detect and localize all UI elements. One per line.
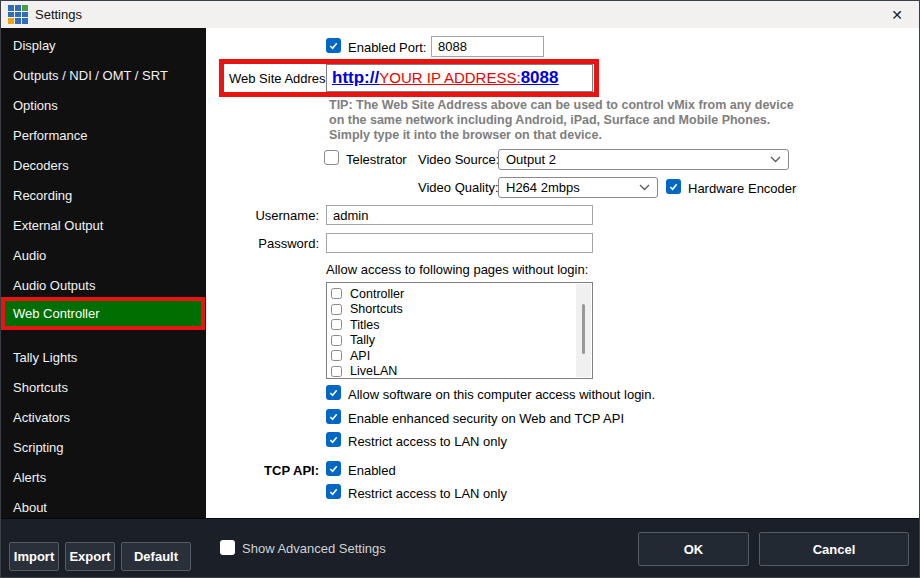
tally-checkbox[interactable]	[331, 335, 342, 346]
sidebar-item-display[interactable]: Display	[1, 30, 206, 60]
shortcuts-checkbox[interactable]	[331, 304, 342, 315]
title-bar: Settings ✕	[1, 1, 919, 28]
telestrator-checkbox[interactable]	[324, 150, 339, 165]
list-item-titles[interactable]: Titles	[331, 317, 592, 333]
sidebar-item-alerts[interactable]: Alerts	[1, 462, 206, 492]
video-quality-value: H264 2mbps	[506, 180, 580, 195]
web-enabled-label: Enabled	[348, 40, 396, 55]
chevron-down-icon	[770, 156, 781, 163]
close-icon[interactable]: ✕	[875, 1, 919, 28]
website-address-box: http://YOUR IP ADDRESS:8088	[326, 64, 593, 92]
listbox-scrollbar[interactable]	[576, 284, 591, 377]
port-label: Port:	[399, 40, 426, 55]
controller-checkbox[interactable]	[331, 288, 342, 299]
password-label: Password:	[231, 236, 319, 251]
list-item-label: API	[350, 349, 370, 363]
sidebar-item-decoders[interactable]: Decoders	[1, 150, 206, 180]
website-address-label: Web Site Address:	[229, 71, 336, 86]
list-item-label: Titles	[350, 318, 379, 332]
tip-line-3: Simply type it into the browser on that …	[329, 128, 869, 143]
tip-text: TIP: The Web Site Address above can be u…	[329, 98, 869, 143]
list-item-livelan[interactable]: LiveLAN	[331, 364, 592, 380]
url-scheme: http://	[332, 68, 379, 87]
username-input[interactable]	[326, 205, 593, 225]
port-input[interactable]	[431, 36, 544, 57]
tcp-restrict-lan-checkbox[interactable]	[326, 484, 341, 499]
tcp-enabled-label: Enabled	[348, 463, 396, 478]
settings-window: Settings ✕ Display Outputs / NDI / OMT /…	[0, 0, 920, 578]
export-button[interactable]: Export	[65, 542, 115, 571]
sidebar-item-recording[interactable]: Recording	[1, 180, 206, 210]
sidebar-item-options[interactable]: Options	[1, 90, 206, 120]
list-item-label: LiveLAN	[350, 364, 397, 378]
enhanced-security-checkbox[interactable]	[326, 409, 341, 424]
vmix-grid-icon	[8, 5, 28, 24]
default-button[interactable]: Default	[121, 542, 191, 571]
restrict-lan-checkbox[interactable]	[326, 432, 341, 447]
hardware-encoder-label: Hardware Encoder	[688, 181, 796, 196]
website-address-link[interactable]: http://YOUR IP ADDRESS:8088	[332, 68, 558, 88]
allow-pages-listbox[interactable]: Controller Shortcuts Titles Tally API Li…	[326, 282, 593, 379]
sidebar-item-web-controller[interactable]: Web Controller	[1, 297, 205, 330]
show-advanced-label: Show Advanced Settings	[242, 541, 386, 556]
import-button[interactable]: Import	[9, 542, 59, 571]
cancel-button[interactable]: Cancel	[759, 532, 909, 566]
url-host: YOUR IP ADDRESS	[379, 69, 516, 86]
window-title: Settings	[35, 7, 82, 22]
video-quality-label: Video Quality:	[418, 180, 499, 195]
url-port: 8088	[521, 68, 559, 87]
chevron-down-icon	[639, 184, 650, 191]
livelan-checkbox[interactable]	[331, 366, 342, 377]
sidebar-item-audio-outputs[interactable]: Audio Outputs	[1, 270, 206, 300]
tcp-enabled-checkbox[interactable]	[326, 461, 341, 476]
video-source-select[interactable]: Output 2	[498, 149, 789, 170]
password-input[interactable]	[326, 233, 593, 253]
username-label: Username:	[231, 208, 319, 223]
titles-checkbox[interactable]	[331, 319, 342, 330]
video-source-value: Output 2	[506, 152, 556, 167]
web-enabled-checkbox[interactable]	[326, 38, 341, 53]
tcp-restrict-lan-label: Restrict access to LAN only	[348, 486, 507, 501]
show-advanced-checkbox[interactable]	[220, 540, 235, 555]
tcp-api-label: TCP API:	[231, 463, 319, 478]
list-item-shortcuts[interactable]: Shortcuts	[331, 302, 592, 318]
sidebar-item-tally-lights[interactable]: Tally Lights	[1, 342, 206, 372]
sidebar-item-audio[interactable]: Audio	[1, 240, 206, 270]
sidebar-item-performance[interactable]: Performance	[1, 120, 206, 150]
ok-button[interactable]: OK	[638, 532, 749, 566]
sidebar-item-outputs[interactable]: Outputs / NDI / OMT / SRT	[1, 60, 206, 90]
tip-line-1: TIP: The Web Site Address above can be u…	[329, 98, 869, 113]
api-checkbox[interactable]	[331, 350, 342, 361]
sidebar-item-external-output[interactable]: External Output	[1, 210, 206, 240]
sidebar-item-scripting[interactable]: Scripting	[1, 432, 206, 462]
allow-pages-label: Allow access to following pages without …	[326, 262, 588, 277]
list-item-label: Controller	[350, 287, 404, 301]
video-source-label: Video Source:	[418, 152, 499, 167]
scrollbar-thumb[interactable]	[582, 304, 585, 354]
list-item-api[interactable]: API	[331, 348, 592, 364]
bottom-bar: Import Export Default Show Advanced Sett…	[1, 518, 920, 578]
list-item-label: Tally	[350, 333, 375, 347]
allow-software-label: Allow software on this computer access w…	[348, 387, 655, 402]
list-item-label: Shortcuts	[350, 302, 403, 316]
list-item-controller[interactable]: Controller	[331, 286, 592, 302]
telestrator-label: Telestrator	[346, 152, 407, 167]
tip-line-2: on the same network including Android, i…	[329, 113, 869, 128]
video-quality-select[interactable]: H264 2mbps	[498, 177, 658, 198]
sidebar-item-activators[interactable]: Activators	[1, 402, 206, 432]
list-item-tally[interactable]: Tally	[331, 333, 592, 349]
settings-sidebar: Display Outputs / NDI / OMT / SRT Option…	[1, 28, 206, 518]
enhanced-security-label: Enable enhanced security on Web and TCP …	[348, 411, 624, 426]
allow-software-checkbox[interactable]	[326, 385, 341, 400]
restrict-lan-label: Restrict access to LAN only	[348, 434, 507, 449]
hardware-encoder-checkbox[interactable]	[666, 179, 681, 194]
sidebar-item-shortcuts[interactable]: Shortcuts	[1, 372, 206, 402]
